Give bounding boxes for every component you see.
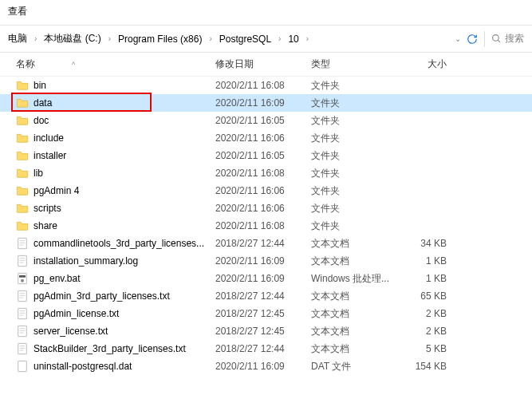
- file-type: 文件夹: [311, 114, 399, 128]
- file-name: StackBuilder_3rd_party_licenses.txt: [33, 343, 215, 354]
- file-name: bin: [33, 80, 215, 91]
- file-row[interactable]: doc2020/2/11 16:05文件夹: [0, 112, 532, 129]
- file-row[interactable]: installer2020/2/11 16:05文件夹: [0, 147, 532, 164]
- file-date: 2020/2/11 16:08: [215, 80, 311, 91]
- ribbon-tab-view[interactable]: 查看: [0, 0, 532, 26]
- file-size: 1 KB: [399, 273, 463, 284]
- file-name: pg_env.bat: [33, 273, 215, 284]
- breadcrumb-segment[interactable]: Program Files (x86): [115, 32, 205, 46]
- file-row[interactable]: scripts2020/2/11 16:06文件夹: [0, 200, 532, 217]
- file-name: share: [33, 220, 215, 231]
- dropdown-icon[interactable]: ⌄: [452, 34, 463, 43]
- file-name: uninstall-postgresql.dat: [33, 361, 215, 372]
- header-type[interactable]: 类型: [311, 57, 399, 71]
- chevron-right-icon[interactable]: ›: [304, 34, 311, 43]
- folder-icon: [16, 184, 29, 197]
- file-name: include: [33, 132, 215, 144]
- text-icon: [16, 307, 29, 320]
- file-date: 2018/2/27 12:44: [215, 290, 311, 302]
- file-name: installation_summary.log: [33, 255, 215, 267]
- file-type: 文本文档: [311, 290, 399, 303]
- text-icon: [16, 237, 29, 250]
- file-date: 2020/2/11 16:06: [215, 185, 311, 196]
- file-type: 文件夹: [311, 149, 399, 163]
- file-row[interactable]: StackBuilder_3rd_party_licenses.txt2018/…: [0, 340, 532, 358]
- file-row[interactable]: lib2020/2/11 16:08文件夹: [0, 164, 532, 182]
- file-row[interactable]: commandlinetools_3rd_party_licenses...20…: [0, 235, 532, 252]
- folder-icon: [16, 79, 29, 92]
- chevron-right-icon[interactable]: ›: [276, 34, 283, 43]
- file-date: 2020/2/11 16:05: [215, 115, 311, 126]
- header-name[interactable]: 名称 ^: [0, 57, 215, 71]
- file-size: 2 KB: [399, 326, 463, 337]
- breadcrumb-segment[interactable]: 10: [285, 32, 301, 46]
- file-row[interactable]: data2020/2/11 16:09文件夹: [0, 94, 532, 112]
- file-type: 文件夹: [311, 219, 399, 233]
- search-placeholder: 搜索: [505, 32, 524, 45]
- svg-rect-17: [18, 308, 27, 318]
- file-date: 2018/2/27 12:45: [215, 308, 311, 319]
- header-date[interactable]: 修改日期: [215, 57, 311, 71]
- folder-icon: [16, 114, 29, 127]
- file-list: bin2020/2/11 16:08文件夹data2020/2/11 16:09…: [0, 77, 532, 375]
- sort-indicator-icon: ^: [72, 61, 75, 69]
- search-box[interactable]: 搜索: [488, 32, 527, 45]
- file-type: 文本文档: [311, 255, 399, 268]
- svg-rect-2: [18, 238, 27, 248]
- file-row[interactable]: pgAdmin_license.txt2018/2/27 12:45文本文档2 …: [0, 305, 532, 322]
- file-size: 154 KB: [399, 361, 463, 372]
- folder-icon: [16, 149, 29, 162]
- chevron-right-icon[interactable]: ›: [207, 34, 214, 43]
- text-icon: [16, 290, 29, 302]
- file-name: commandlinetools_3rd_party_licenses...: [33, 238, 215, 249]
- file-date: 2020/2/11 16:06: [215, 132, 311, 144]
- refresh-button[interactable]: [463, 30, 481, 48]
- header-size[interactable]: 大小: [399, 57, 463, 71]
- file-type: 文本文档: [311, 237, 399, 251]
- file-row[interactable]: installation_summary.log2020/2/11 16:09文…: [0, 252, 532, 270]
- svg-rect-6: [18, 255, 27, 266]
- chevron-right-icon[interactable]: ›: [106, 34, 113, 43]
- file-name: scripts: [33, 203, 215, 214]
- file-row[interactable]: uninstall-postgresql.dat2020/2/11 16:09D…: [0, 358, 532, 375]
- file-row[interactable]: pgAdmin_3rd_party_licenses.txt2018/2/27 …: [0, 287, 532, 305]
- file-name: pgAdmin_license.txt: [33, 308, 215, 319]
- file-date: 2020/2/11 16:05: [215, 150, 311, 161]
- svg-rect-21: [18, 326, 27, 336]
- file-row[interactable]: bin2020/2/11 16:08文件夹: [0, 77, 532, 94]
- file-type: 文本文档: [311, 342, 399, 356]
- file-date: 2020/2/11 16:09: [215, 361, 311, 372]
- file-type: 文件夹: [311, 97, 399, 110]
- text-icon: [16, 342, 29, 355]
- file-row[interactable]: share2020/2/11 16:08文件夹: [0, 217, 532, 235]
- file-row[interactable]: server_license.txt2018/2/27 12:45文本文档2 K…: [0, 322, 532, 340]
- search-icon: [491, 34, 502, 44]
- file-type: DAT 文件: [311, 360, 399, 373]
- file-row[interactable]: include2020/2/11 16:06文件夹: [0, 129, 532, 147]
- file-row[interactable]: pg_env.bat2020/2/11 16:09Windows 批处理...1…: [0, 270, 532, 287]
- folder-icon: [16, 167, 29, 180]
- file-date: 2020/2/11 16:08: [215, 220, 311, 231]
- file-name: pgAdmin_3rd_party_licenses.txt: [33, 290, 215, 302]
- file-size: 65 KB: [399, 290, 463, 302]
- file-name: lib: [33, 168, 215, 179]
- folder-icon: [16, 219, 29, 232]
- breadcrumb-segment[interactable]: 电脑: [5, 30, 30, 47]
- svg-rect-29: [18, 361, 27, 371]
- file-row[interactable]: pgAdmin 42020/2/11 16:06文件夹: [0, 182, 532, 200]
- column-headers: 名称 ^ 修改日期 类型 大小: [0, 53, 532, 77]
- file-date: 2020/2/11 16:09: [215, 97, 311, 109]
- breadcrumb-segment[interactable]: 本地磁盘 (C:): [41, 30, 104, 47]
- file-type: 文件夹: [311, 184, 399, 198]
- file-size: 34 KB: [399, 238, 463, 249]
- breadcrumb[interactable]: 电脑›本地磁盘 (C:)›Program Files (x86)›Postgre…: [5, 30, 452, 49]
- file-name: installer: [33, 150, 215, 161]
- file-type: 文本文档: [311, 325, 399, 338]
- chevron-right-icon[interactable]: ›: [32, 34, 39, 43]
- file-size: 1 KB: [399, 255, 463, 267]
- breadcrumb-segment[interactable]: PostgreSQL: [216, 32, 274, 46]
- svg-rect-25: [18, 343, 27, 354]
- file-date: 2018/2/27 12:45: [215, 326, 311, 337]
- folder-icon: [16, 97, 29, 109]
- svg-point-12: [21, 279, 24, 282]
